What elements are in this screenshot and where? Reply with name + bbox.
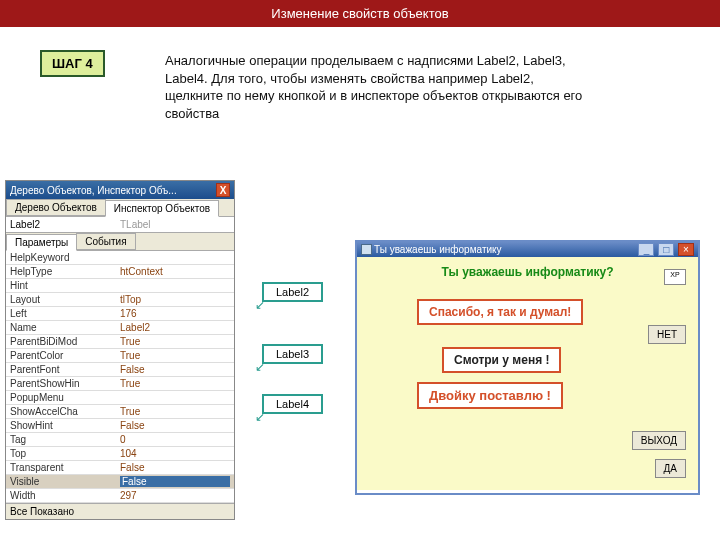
- property-value[interactable]: False: [120, 364, 230, 375]
- app-icon: [361, 244, 372, 255]
- exit-button[interactable]: ВЫХОД: [632, 431, 686, 450]
- yes-button[interactable]: ДА: [655, 459, 686, 478]
- property-name: Left: [10, 308, 120, 319]
- property-name: ShowAccelCha: [10, 406, 120, 417]
- property-row[interactable]: ParentBiDiModTrue: [6, 335, 234, 349]
- property-value[interactable]: [120, 280, 230, 291]
- property-row[interactable]: Width297: [6, 489, 234, 503]
- object-inspector-window: Дерево Объектов, Инспектор Объ... X Дере…: [5, 180, 235, 520]
- inspector-top-tabs: Дерево Объектов Инспектор Объектов: [6, 199, 234, 217]
- property-name: Width: [10, 490, 120, 501]
- tag-label3: Label3: [262, 344, 323, 364]
- app-title-text: Ты уважаешь информатику: [374, 244, 502, 255]
- property-name: Transparent: [10, 462, 120, 473]
- form-canvas[interactable]: Ты уважаешь информатику? XP Спасибо, я т…: [357, 257, 698, 490]
- property-value[interactable]: [120, 392, 230, 403]
- property-row[interactable]: PopupMenu: [6, 391, 234, 405]
- property-value[interactable]: 176: [120, 308, 230, 319]
- property-row[interactable]: ParentFontFalse: [6, 363, 234, 377]
- property-name: ParentBiDiMod: [10, 336, 120, 347]
- property-name: ShowHint: [10, 420, 120, 431]
- property-row[interactable]: Top104: [6, 447, 234, 461]
- property-value[interactable]: [120, 252, 230, 263]
- property-grid: HelpKeywordHelpTypehtContextHintLayouttl…: [6, 251, 234, 503]
- property-row[interactable]: VisibleFalse: [6, 475, 234, 489]
- property-value[interactable]: htContext: [120, 266, 230, 277]
- property-value[interactable]: 297: [120, 490, 230, 501]
- property-value[interactable]: 104: [120, 448, 230, 459]
- inspector-object-select[interactable]: Label2 TLabel: [6, 217, 234, 233]
- question-label[interactable]: Ты уважаешь информатику?: [357, 265, 698, 279]
- property-row[interactable]: ShowAccelChaTrue: [6, 405, 234, 419]
- label2-preview[interactable]: Спасибо, я так и думал!: [417, 299, 583, 325]
- property-row[interactable]: Tag0: [6, 433, 234, 447]
- minimize-icon[interactable]: _: [638, 243, 654, 256]
- property-name: ParentColor: [10, 350, 120, 361]
- property-name: Layout: [10, 294, 120, 305]
- property-value[interactable]: False: [120, 420, 230, 431]
- tab-tree[interactable]: Дерево Объектов: [6, 199, 106, 216]
- label4-preview[interactable]: Двойку поставлю !: [417, 382, 563, 409]
- close-icon[interactable]: ×: [678, 243, 694, 256]
- property-row[interactable]: Hint: [6, 279, 234, 293]
- property-value[interactable]: True: [120, 378, 230, 389]
- property-name: Name: [10, 322, 120, 333]
- step-badge: ШАГ 4: [40, 50, 105, 77]
- arrow-icon: ↙: [255, 410, 265, 424]
- property-value[interactable]: True: [120, 350, 230, 361]
- window-buttons: _ □ ×: [637, 243, 694, 256]
- property-row[interactable]: LayouttlTop: [6, 293, 234, 307]
- property-name: Top: [10, 448, 120, 459]
- intro-text: Аналогичные операции проделываем с надпи…: [165, 52, 585, 122]
- property-value[interactable]: True: [120, 406, 230, 417]
- page-title: Изменение свойств объектов: [0, 0, 720, 27]
- property-value[interactable]: 0: [120, 434, 230, 445]
- property-name: HelpKeyword: [10, 252, 120, 263]
- property-value[interactable]: Label2: [120, 322, 230, 333]
- tab-params[interactable]: Параметры: [6, 234, 77, 251]
- property-value[interactable]: tlTop: [120, 294, 230, 305]
- property-value[interactable]: True: [120, 336, 230, 347]
- property-row[interactable]: TransparentFalse: [6, 461, 234, 475]
- close-icon[interactable]: X: [216, 183, 230, 197]
- arrow-icon: ↙: [255, 298, 265, 312]
- app-preview-window: Ты уважаешь информатику _ □ × Ты уважаеш…: [355, 240, 700, 495]
- tab-inspector[interactable]: Инспектор Объектов: [105, 200, 219, 217]
- property-row[interactable]: Left176: [6, 307, 234, 321]
- property-value[interactable]: False: [120, 462, 230, 473]
- no-button[interactable]: НЕТ: [648, 325, 686, 344]
- property-name: Hint: [10, 280, 120, 291]
- property-row[interactable]: ShowHintFalse: [6, 419, 234, 433]
- xp-manifest-icon[interactable]: XP: [664, 269, 686, 285]
- property-row[interactable]: HelpKeyword: [6, 251, 234, 265]
- tag-label2: Label2: [262, 282, 323, 302]
- property-name: PopupMenu: [10, 392, 120, 403]
- property-name: Tag: [10, 434, 120, 445]
- arrow-icon: ↙: [255, 360, 265, 374]
- object-name: Label2: [10, 219, 120, 230]
- property-row[interactable]: NameLabel2: [6, 321, 234, 335]
- app-titlebar[interactable]: Ты уважаешь информатику _ □ ×: [357, 242, 698, 257]
- property-name: ParentFont: [10, 364, 120, 375]
- property-row[interactable]: ParentShowHinTrue: [6, 377, 234, 391]
- inspector-statusbar: Все Показано: [6, 503, 234, 519]
- object-class: TLabel: [120, 219, 230, 230]
- property-name: Visible: [10, 476, 120, 487]
- property-name: HelpType: [10, 266, 120, 277]
- inspector-sub-tabs: Параметры События: [6, 233, 234, 251]
- property-row[interactable]: ParentColorTrue: [6, 349, 234, 363]
- tab-events[interactable]: События: [76, 233, 135, 250]
- maximize-icon[interactable]: □: [658, 243, 674, 256]
- label3-preview[interactable]: Смотри у меня !: [442, 347, 561, 373]
- property-row[interactable]: HelpTypehtContext: [6, 265, 234, 279]
- property-value[interactable]: False: [120, 476, 230, 487]
- inspector-titlebar[interactable]: Дерево Объектов, Инспектор Объ... X: [6, 181, 234, 199]
- property-name: ParentShowHin: [10, 378, 120, 389]
- tag-label4: Label4: [262, 394, 323, 414]
- inspector-title-text: Дерево Объектов, Инспектор Объ...: [10, 185, 177, 196]
